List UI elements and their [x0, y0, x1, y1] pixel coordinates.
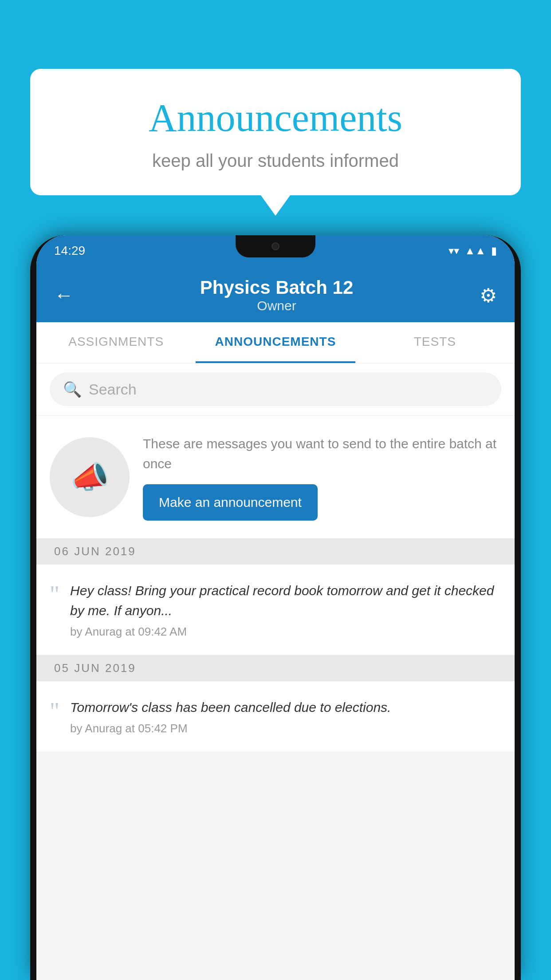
tab-tests[interactable]: TESTS: [355, 322, 515, 363]
announcement-meta-1: by Anurag at 09:42 AM: [70, 625, 501, 639]
announcement-prompt-description: These are messages you want to send to t…: [143, 434, 501, 474]
make-announcement-button[interactable]: Make an announcement: [143, 484, 318, 521]
phone-frame: 14:29 ▾▾ ▲▲ ▮ ← Physics Batch 12 Owner ⚙…: [30, 235, 521, 980]
search-placeholder: Search: [89, 381, 137, 398]
announcement-content-1: Hey class! Bring your practical record b…: [70, 581, 501, 639]
status-time: 14:29: [54, 244, 85, 258]
bubble-title: Announcements: [66, 95, 485, 140]
status-bar: 14:29 ▾▾ ▲▲ ▮: [36, 235, 515, 266]
camera-dot: [272, 242, 279, 250]
search-container: 🔍 Search: [36, 364, 515, 415]
announcement-content-2: Tomorrow's class has been cancelled due …: [70, 697, 501, 735]
announcement-text-2: Tomorrow's class has been cancelled due …: [70, 697, 501, 717]
signal-icon: ▲▲: [464, 245, 486, 257]
announcement-prompt: 📣 These are messages you want to send to…: [36, 416, 515, 538]
announcement-text-1: Hey class! Bring your practical record b…: [70, 581, 501, 620]
announcement-prompt-right: These are messages you want to send to t…: [143, 434, 501, 521]
quote-icon-1: ": [50, 582, 59, 606]
search-icon: 🔍: [63, 380, 82, 398]
header-subtitle: Owner: [200, 298, 354, 313]
header-title: Physics Batch 12: [200, 277, 354, 298]
notch: [236, 235, 315, 257]
announcement-item-1: " Hey class! Bring your practical record…: [36, 565, 515, 655]
announcement-meta-2: by Anurag at 05:42 PM: [70, 722, 501, 735]
search-bar[interactable]: 🔍 Search: [50, 372, 501, 406]
settings-icon[interactable]: ⚙: [480, 284, 497, 307]
announcement-item-2: " Tomorrow's class has been cancelled du…: [36, 681, 515, 751]
quote-icon-2: ": [50, 699, 59, 723]
date-separator-2: 05 JUN 2019: [36, 655, 515, 681]
status-icons: ▾▾ ▲▲ ▮: [449, 245, 497, 257]
phone-screen: 14:29 ▾▾ ▲▲ ▮ ← Physics Batch 12 Owner ⚙…: [36, 235, 515, 980]
tab-announcements[interactable]: ANNOUNCEMENTS: [196, 322, 355, 363]
tab-assignments[interactable]: ASSIGNMENTS: [36, 322, 196, 363]
header-center: Physics Batch 12 Owner: [200, 277, 354, 313]
speech-bubble: Announcements keep all your students inf…: [30, 69, 521, 195]
announcement-icon-circle: 📣: [50, 437, 130, 517]
app-header: ← Physics Batch 12 Owner ⚙: [36, 266, 515, 322]
date-separator-1: 06 JUN 2019: [36, 538, 515, 565]
wifi-icon: ▾▾: [449, 245, 459, 257]
tab-bar: ASSIGNMENTS ANNOUNCEMENTS TESTS: [36, 322, 515, 364]
back-button[interactable]: ←: [54, 284, 74, 306]
battery-icon: ▮: [491, 245, 497, 257]
megaphone-icon: 📣: [71, 459, 109, 495]
speech-bubble-section: Announcements keep all your students inf…: [30, 69, 521, 195]
bubble-subtitle: keep all your students informed: [66, 151, 485, 171]
